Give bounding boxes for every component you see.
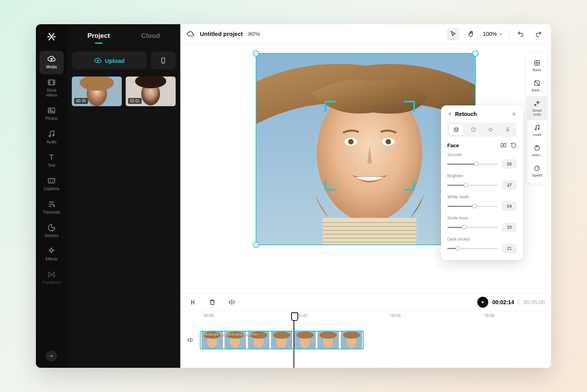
slider-value[interactable]: 33 (502, 223, 517, 232)
nav-media[interactable]: Media (39, 51, 64, 74)
media-thumb-2[interactable]: 02:01 (126, 77, 176, 106)
nav-captions[interactable]: Captions (39, 173, 64, 196)
nav-stock-videos[interactable]: Stock videos (39, 74, 64, 102)
resize-handle-bl[interactable] (253, 242, 259, 248)
slider-track[interactable] (447, 185, 498, 186)
svg-rect-5 (48, 179, 55, 183)
svg-point-52 (320, 331, 337, 339)
current-time: 00:02:14 (492, 299, 514, 305)
play-button[interactable] (477, 297, 488, 308)
rail-audio[interactable]: Audio (527, 120, 547, 141)
music-icon (534, 124, 541, 131)
slider-smooth: Smooth 58 (447, 152, 517, 169)
retouch-title: Retouch (455, 111, 509, 117)
face-bracket-icon (404, 180, 415, 191)
resize-handle-tl[interactable] (253, 50, 259, 57)
app-logo-icon (46, 31, 57, 42)
svg-point-18 (386, 139, 391, 144)
retouch-tab-2[interactable] (466, 124, 481, 135)
timeline-clip[interactable]: Rectangle 34626144.png 00:05:00 (200, 331, 364, 349)
canvas-area: Untitled project 80% 100% (180, 24, 551, 368)
split-button[interactable] (187, 296, 199, 308)
mirror-button[interactable] (226, 296, 238, 308)
rail-speed[interactable]: Speed (527, 161, 547, 181)
slider-dark-circles: Dark circles 21 (447, 237, 517, 253)
ruler[interactable]: 00:00 00:03 00:06 00:09 (180, 311, 551, 321)
slider-value[interactable]: 58 (502, 159, 517, 169)
svg-point-3 (49, 135, 51, 137)
mute-track-button[interactable] (180, 337, 200, 344)
retouch-tab-4[interactable] (500, 124, 515, 135)
upload-button[interactable]: Upload (72, 52, 147, 69)
nav-effects[interactable]: Effects (39, 243, 64, 266)
nav-text[interactable]: Text (39, 149, 64, 173)
rail-background[interactable]: Back... (527, 76, 547, 96)
gauge-icon (534, 165, 541, 172)
text-icon (47, 153, 56, 162)
svg-rect-33 (501, 143, 503, 147)
rail-smart-tools[interactable]: Smart tools (527, 96, 547, 120)
image-icon (47, 106, 56, 115)
svg-rect-34 (504, 143, 506, 147)
phone-icon (160, 57, 167, 64)
cursor-tool[interactable] (447, 28, 459, 40)
retouch-tab-3[interactable] (483, 124, 498, 135)
slider-value[interactable]: 54 (502, 201, 517, 211)
sticker-icon (47, 223, 56, 232)
music-icon (47, 130, 56, 138)
sparkle-icon (47, 247, 56, 255)
project-title[interactable]: Untitled project (200, 30, 243, 37)
grid-icon (534, 59, 541, 66)
nav-transitions[interactable]: Transitions (39, 266, 64, 290)
svg-point-31 (489, 128, 492, 131)
duration-badge: 02:01 (128, 98, 142, 104)
compare-icon[interactable] (500, 142, 507, 148)
preview-zone: Basic Back... Smart tools Audio Anim... (180, 44, 551, 293)
face-bracket-icon (325, 180, 336, 191)
slider-track[interactable] (447, 206, 498, 207)
sidebar-scroll-down[interactable] (46, 351, 57, 362)
media-thumb-1[interactable]: 00:35 (72, 77, 122, 106)
total-duration: 00:05:00 (524, 299, 545, 305)
nav-audio[interactable]: Audio (39, 126, 64, 149)
spinner-icon (534, 144, 541, 151)
delete-button[interactable] (206, 296, 219, 308)
slider-track[interactable] (447, 164, 498, 165)
svg-point-27 (454, 128, 459, 132)
svg-rect-32 (507, 128, 509, 131)
panel-tabs: Project Cloud (72, 30, 176, 45)
redo-button[interactable] (532, 28, 545, 40)
svg-point-25 (537, 146, 538, 147)
nav-transcript[interactable]: Transcript (39, 196, 64, 219)
face-bracket-icon (404, 101, 415, 112)
zoom-control[interactable]: 100% (483, 31, 503, 37)
cloud-upload-icon (47, 55, 56, 63)
close-button[interactable] (511, 111, 517, 117)
captions-icon (47, 176, 56, 185)
timeline: 00:02:14 | 00:05:00 00:00 00:03 00:06 00… (180, 293, 551, 368)
slider-value[interactable]: 37 (502, 180, 517, 190)
tab-project[interactable]: Project (84, 30, 114, 45)
background-icon (534, 80, 541, 87)
tab-cloud[interactable]: Cloud (137, 30, 164, 45)
rail-animation[interactable]: Anim... (527, 141, 547, 161)
reset-icon[interactable] (511, 142, 517, 148)
resize-handle-tr[interactable] (472, 50, 478, 57)
svg-rect-19 (323, 218, 416, 244)
media-panel: Project Cloud Upload 00:35 02:01 (67, 24, 180, 368)
nav-stickers[interactable]: Stickers (39, 219, 64, 243)
slider-value[interactable]: 21 (502, 244, 517, 253)
back-button[interactable] (447, 111, 453, 117)
rail-basic[interactable]: Basic (527, 55, 547, 76)
nav-photos[interactable]: Photos (39, 102, 64, 126)
retouch-panel: Retouch Face Smooth (441, 105, 523, 260)
retouch-tab-face[interactable] (449, 124, 464, 135)
svg-point-55 (343, 331, 360, 339)
slider-track[interactable] (447, 248, 498, 249)
slider-track[interactable] (447, 227, 498, 228)
right-rail: Basic Back... Smart tools Audio Anim... (527, 53, 547, 184)
mobile-upload-button[interactable] (151, 52, 176, 69)
hand-tool[interactable] (465, 28, 477, 40)
svg-point-16 (348, 139, 354, 144)
undo-button[interactable] (514, 28, 527, 40)
